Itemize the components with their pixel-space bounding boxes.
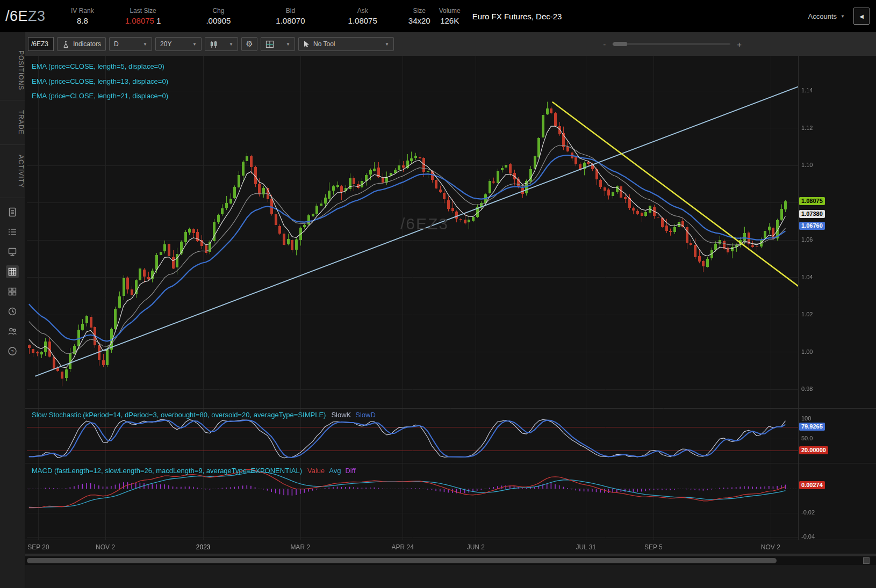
zoom-control: - + xyxy=(603,40,742,49)
cursor-icon xyxy=(303,40,310,48)
range-value: 20Y xyxy=(160,40,171,48)
stat-label: Volume xyxy=(439,7,461,14)
contract-title: Euro FX Futures, Dec-23 xyxy=(472,12,562,21)
time-axis-label: SEP 20 xyxy=(27,543,49,551)
left-sidebar: POSITIONS TRADE ACTIVITY xyxy=(0,32,25,588)
tiles-icon[interactable] xyxy=(6,285,19,298)
stat-size: Size 34x20 xyxy=(408,7,430,25)
caret-down-icon: ▼ xyxy=(385,42,389,47)
scrollbar-thumb[interactable] xyxy=(27,558,777,563)
stat-label: Bid xyxy=(276,7,305,14)
scrollbar-corner-icon xyxy=(863,557,870,564)
stat-value: 1.08070 xyxy=(276,16,305,25)
period-dropdown[interactable]: D ▼ xyxy=(109,37,152,51)
sidebar-tab-trade[interactable]: TRADE xyxy=(0,100,25,145)
stat-value: .00905 xyxy=(206,16,231,25)
stat-value: 126K xyxy=(439,16,461,25)
chart-scrollbar[interactable] xyxy=(25,556,876,565)
zoom-slider-thumb[interactable] xyxy=(613,42,627,46)
caret-down-icon: ▼ xyxy=(143,42,147,47)
caret-down-icon: ▼ xyxy=(286,42,290,47)
stat-value: 34x20 xyxy=(408,16,430,25)
zoom-out-button[interactable]: - xyxy=(603,40,606,49)
collapse-left-icon: ◀ xyxy=(859,13,864,19)
report-icon[interactable] xyxy=(6,206,19,219)
history-icon[interactable] xyxy=(6,305,19,318)
candles-icon xyxy=(210,40,218,48)
stat-chg: Chg .00905 xyxy=(206,7,231,25)
caret-down-icon: ▼ xyxy=(841,14,845,19)
stat-bid: Bid 1.08070 xyxy=(276,7,305,25)
time-axis-label: MAR 2 xyxy=(290,543,310,551)
stat-label: Last Size xyxy=(125,7,161,14)
chart-panel: Indicators D ▼ 20Y ▼ ▼ ⚙ xyxy=(25,32,876,588)
main-region: POSITIONS TRADE ACTIVITY xyxy=(0,32,876,588)
caret-down-icon: ▼ xyxy=(229,42,233,47)
drawing-tool-dropdown[interactable]: No Tool ▼ xyxy=(298,37,394,51)
collapse-panel-button[interactable]: ◀ xyxy=(853,8,870,25)
users-icon[interactable] xyxy=(6,325,19,338)
charts-grid-icon[interactable] xyxy=(6,265,19,278)
layout-dropdown[interactable]: ▼ xyxy=(261,37,295,51)
stat-label: IV Rank xyxy=(71,7,94,14)
accounts-label: Accounts xyxy=(808,12,837,20)
stat-value: 8.8 xyxy=(71,16,94,25)
zoom-slider[interactable] xyxy=(612,43,730,45)
time-axis-label: 2023 xyxy=(196,543,211,551)
chart-area: EMA (price=CLOSE, length=5, displace=0) … xyxy=(25,56,876,540)
svg-text:?: ? xyxy=(11,349,13,354)
stat-label: Ask xyxy=(348,7,377,14)
stat-label: Size xyxy=(408,7,430,14)
top-header: /6EZ3 IV Rank 8.8 Last Size 1.08075 1 Ch… xyxy=(0,0,876,32)
caret-down-icon: ▼ xyxy=(192,42,197,47)
list-icon[interactable] xyxy=(6,226,19,238)
range-dropdown[interactable]: 20Y ▼ xyxy=(155,37,202,51)
time-axis-label: NOV 2 xyxy=(761,543,780,551)
indicators-label: Indicators xyxy=(73,40,101,48)
monitor-icon[interactable] xyxy=(6,245,19,258)
time-axis-label: NOV 2 xyxy=(96,543,115,551)
period-value: D xyxy=(114,40,119,48)
accounts-menu[interactable]: Accounts ▼ xyxy=(808,12,845,20)
sidebar-icon-rail: ? xyxy=(6,206,19,358)
stat-ask: Ask 1.08075 xyxy=(348,7,377,25)
bottom-filler xyxy=(25,565,876,588)
gear-icon: ⚙ xyxy=(246,39,253,49)
chart-type-dropdown[interactable]: ▼ xyxy=(205,37,238,51)
time-axis: SEP 20NOV 22023MAR 2APR 24JUN 2JUL 31SEP… xyxy=(25,540,876,554)
stat-volume: Volume 126K xyxy=(439,7,461,25)
sidebar-tab-activity[interactable]: ACTIVITY xyxy=(0,145,25,198)
stat-iv-rank: IV Rank 8.8 xyxy=(71,7,94,25)
time-axis-label: APR 24 xyxy=(392,543,414,551)
tool-value: No Tool xyxy=(313,40,335,48)
symbol-input[interactable] xyxy=(28,37,54,51)
indicators-button[interactable]: Indicators xyxy=(57,37,106,51)
price-chart-canvas[interactable] xyxy=(25,56,876,540)
time-axis-label: JUN 2 xyxy=(467,543,485,551)
time-axis-label: SEP 5 xyxy=(644,543,663,551)
chart-settings-button[interactable]: ⚙ xyxy=(241,37,257,51)
header-symbol: /6EZ3 xyxy=(5,8,61,25)
stat-value: 1.08075 1 xyxy=(125,16,161,25)
flask-icon xyxy=(62,40,70,48)
layout-grid-icon xyxy=(265,40,274,48)
time-axis-label: JUL 31 xyxy=(576,543,597,551)
zoom-in-button[interactable]: + xyxy=(737,40,742,49)
help-icon[interactable]: ? xyxy=(6,345,19,358)
sidebar-tab-positions[interactable]: POSITIONS xyxy=(0,41,25,100)
trading-app: /6EZ3 IV Rank 8.8 Last Size 1.08075 1 Ch… xyxy=(0,0,876,588)
chart-toolbar: Indicators D ▼ 20Y ▼ ▼ ⚙ xyxy=(25,32,876,56)
stat-label: Chg xyxy=(206,7,231,14)
stat-value: 1.08075 xyxy=(348,16,377,25)
stat-last-size: Last Size 1.08075 1 xyxy=(125,7,161,25)
